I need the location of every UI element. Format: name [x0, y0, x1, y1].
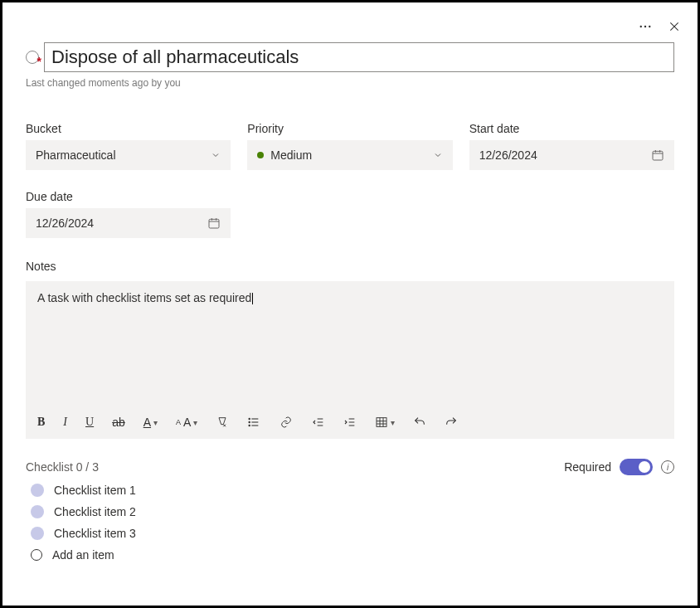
strikethrough-button[interactable]: ab [112, 416, 125, 429]
bullet-list-button[interactable] [247, 416, 260, 429]
task-dialog: Last changed moments ago by you Bucket P… [0, 0, 700, 608]
link-button[interactable] [279, 416, 294, 429]
bucket-label: Bucket [26, 122, 231, 135]
priority-value: Medium [270, 148, 312, 162]
bold-button[interactable]: B [37, 416, 45, 429]
svg-rect-3 [653, 151, 663, 160]
table-button[interactable]: ▾ [375, 416, 395, 429]
svg-rect-4 [209, 219, 219, 228]
due-date-label: Due date [26, 190, 231, 203]
checklist-item-label: Checklist item 1 [54, 484, 136, 497]
more-icon[interactable] [638, 19, 653, 34]
start-date-value: 12/26/2024 [479, 148, 537, 162]
svg-point-0 [640, 26, 642, 27]
dialog-actions [638, 19, 681, 34]
font-color-button[interactable]: A▾ [143, 416, 158, 429]
priority-dot-icon [257, 152, 264, 158]
checklist-bullet-icon[interactable] [31, 505, 44, 518]
bucket-select[interactable]: Pharmaceutical [26, 140, 231, 170]
checklist-item-label: Checklist item 2 [54, 505, 136, 518]
checklist-item[interactable]: Checklist item 2 [31, 505, 674, 518]
info-icon[interactable]: i [661, 460, 674, 474]
checklist-bullet-icon[interactable] [31, 527, 44, 540]
start-date-field: Start date 12/26/2024 [469, 122, 674, 170]
clear-format-button[interactable] [216, 416, 229, 429]
due-date-field: Due date 12/26/2024 [26, 190, 231, 238]
completion-status-icon[interactable] [26, 51, 39, 64]
bucket-field: Bucket Pharmaceutical [26, 122, 231, 170]
redo-button[interactable] [445, 416, 458, 429]
svg-point-6 [249, 421, 250, 422]
last-changed-text: Last changed moments ago by you [26, 77, 674, 89]
calendar-icon [651, 148, 664, 162]
underline-button[interactable]: U [85, 416, 94, 429]
checklist-bullet-icon[interactable] [31, 484, 44, 497]
close-icon[interactable] [668, 20, 681, 33]
task-title-input[interactable] [44, 42, 674, 72]
due-date-input[interactable]: 12/26/2024 [26, 208, 231, 238]
calendar-icon [207, 216, 221, 230]
italic-button[interactable]: I [63, 416, 67, 429]
add-item-circle-icon [31, 549, 42, 561]
notes-label: Notes [26, 260, 674, 273]
rich-text-toolbar: B I U ab A▾ AA▾ ▾ [37, 416, 663, 429]
add-checklist-item[interactable]: Add an item [31, 548, 674, 562]
checklist-item-label: Checklist item 3 [54, 527, 136, 540]
checklist: Checklist item 1 Checklist item 2 Checkl… [26, 484, 674, 562]
add-item-placeholder: Add an item [52, 548, 114, 562]
undo-button[interactable] [413, 416, 426, 429]
checklist-item[interactable]: Checklist item 1 [31, 484, 674, 497]
required-toggle[interactable] [620, 459, 653, 475]
required-label: Required [564, 460, 611, 474]
bucket-value: Pharmaceutical [36, 148, 116, 162]
chevron-down-icon [211, 150, 221, 160]
svg-point-7 [249, 425, 250, 426]
notes-text[interactable]: A task with checklist items set as requi… [37, 291, 663, 409]
priority-label: Priority [247, 122, 452, 135]
priority-field: Priority Medium [247, 122, 452, 170]
svg-point-5 [249, 418, 250, 419]
outdent-button[interactable] [312, 416, 325, 429]
checklist-item[interactable]: Checklist item 3 [31, 527, 674, 540]
indent-button[interactable] [343, 416, 357, 429]
start-date-input[interactable]: 12/26/2024 [469, 140, 674, 170]
due-date-value: 12/26/2024 [36, 216, 94, 230]
start-date-label: Start date [469, 122, 674, 135]
chevron-down-icon [433, 150, 443, 160]
svg-point-1 [644, 26, 646, 27]
svg-point-2 [649, 26, 650, 27]
notes-editor[interactable]: A task with checklist items set as requi… [26, 281, 674, 439]
checklist-heading: Checklist 0 / 3 [26, 460, 99, 474]
priority-select[interactable]: Medium [247, 140, 452, 170]
svg-rect-8 [377, 418, 386, 427]
text-caret-icon [252, 293, 253, 304]
font-size-button[interactable]: AA▾ [176, 416, 197, 429]
